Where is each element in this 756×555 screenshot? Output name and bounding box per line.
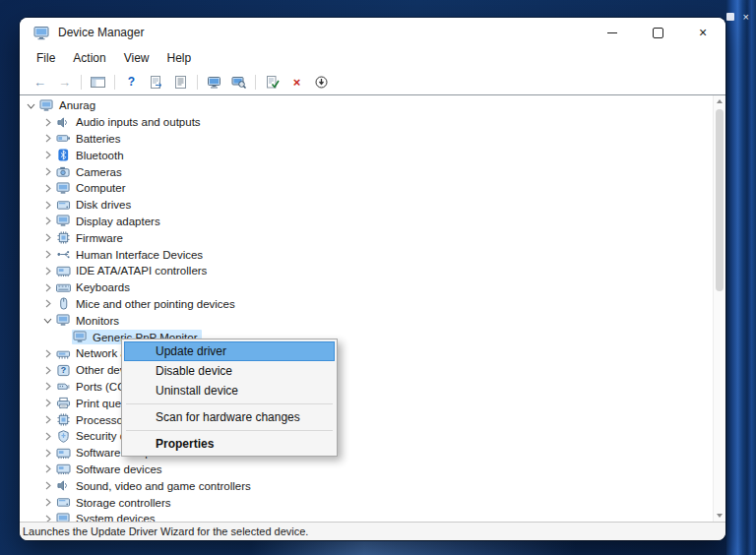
- chevron-right-icon[interactable]: [40, 399, 55, 407]
- wallpaper-ribbons: [726, 0, 756, 555]
- chevron-down-icon[interactable]: [24, 101, 38, 110]
- scan-monitor-icon[interactable]: [226, 71, 251, 92]
- tree-item-anurag[interactable]: Anurag: [20, 97, 714, 114]
- printer-icon: [56, 397, 73, 409]
- toolbar-separator: [114, 75, 115, 90]
- tree-item-label: Cameras: [73, 166, 122, 178]
- tree-item-label: Disk drives: [73, 199, 131, 211]
- context-menu-item-disable-device[interactable]: Disable device: [124, 361, 335, 381]
- tree-item-label: Sound, video and game controllers: [73, 480, 251, 492]
- background-maximize-icon[interactable]: [726, 13, 734, 21]
- tree-item-system-devices[interactable]: System devices: [20, 511, 714, 522]
- context-menu-item-uninstall-device[interactable]: Uninstall device: [124, 381, 335, 401]
- update-driver-icon[interactable]: [260, 71, 284, 92]
- chevron-right-icon[interactable]: [40, 216, 55, 225]
- maximize-button[interactable]: [635, 18, 680, 47]
- close-button[interactable]: ×: [680, 18, 725, 47]
- chevron-right-icon[interactable]: [40, 201, 55, 210]
- chevron-right-icon[interactable]: [40, 233, 55, 242]
- tree-item-audio-inputs-and-outputs[interactable]: Audio inputs and outputs: [20, 114, 714, 131]
- chevron-right-icon[interactable]: [40, 498, 55, 507]
- tree-item-content: Keyboards: [55, 280, 134, 295]
- chevron-right-icon[interactable]: [40, 349, 55, 358]
- tree-item-content: Computer: [55, 181, 130, 196]
- chevron-right-icon[interactable]: [40, 464, 55, 473]
- chevron-right-icon[interactable]: [40, 382, 55, 391]
- computer-icon: [56, 182, 73, 195]
- scroll-down-icon[interactable]: [714, 510, 725, 522]
- minimize-button[interactable]: [590, 18, 635, 47]
- audio-icon: [56, 116, 73, 129]
- tree-item-human-interface-devices[interactable]: Human Interface Devices: [20, 246, 714, 263]
- tree-item-disk-drives[interactable]: Disk drives: [20, 197, 714, 214]
- chevron-right-icon[interactable]: [40, 151, 55, 159]
- tree-panel: AnuragAudio inputs and outputsBatteriesB…: [20, 94, 725, 523]
- toolbar-separator: [255, 75, 256, 90]
- bluetooth-icon: [56, 149, 73, 161]
- disable-icon[interactable]: [309, 71, 334, 92]
- tree-item-label: Firmware: [73, 232, 123, 244]
- tree-item-content: IDE ATA/ATAPI controllers: [55, 264, 211, 278]
- chevron-right-icon[interactable]: [40, 283, 55, 292]
- svg-text:?: ?: [61, 365, 66, 375]
- tree-item-batteries[interactable]: Batteries: [20, 131, 714, 148]
- tree-item-content: Human Interface Devices: [55, 247, 207, 262]
- tree-item-keyboards[interactable]: Keyboards: [20, 279, 714, 296]
- help-icon[interactable]: ?: [119, 71, 144, 92]
- tree-item-display-adapters[interactable]: Display adapters: [20, 214, 714, 230]
- tree-item-label: Keyboards: [73, 281, 130, 293]
- menu-help[interactable]: Help: [158, 49, 201, 67]
- tree-item-ide-ata-atapi-controllers[interactable]: IDE ATA/ATAPI controllers: [20, 263, 714, 279]
- chevron-right-icon[interactable]: [40, 167, 55, 176]
- menu-action[interactable]: Action: [64, 49, 114, 67]
- tree-item-content: Disk drives: [55, 198, 135, 213]
- menu-file[interactable]: File: [28, 49, 64, 67]
- chevron-right-icon[interactable]: [40, 118, 55, 127]
- chevron-right-icon[interactable]: [40, 299, 55, 308]
- network-icon: [56, 347, 73, 360]
- tree-item-storage-controllers[interactable]: Storage controllers: [20, 494, 714, 511]
- properties-page-icon[interactable]: [168, 71, 193, 92]
- uninstall-icon[interactable]: ×: [284, 71, 309, 92]
- tree-item-monitors[interactable]: Monitors: [20, 312, 714, 329]
- console-tree-icon[interactable]: [86, 71, 110, 92]
- chevron-right-icon[interactable]: [40, 267, 55, 276]
- chevron-right-icon[interactable]: [40, 449, 55, 458]
- tree-item-content: Display adapters: [55, 214, 164, 228]
- chevron-right-icon[interactable]: [40, 250, 55, 259]
- tree-item-label: Audio inputs and outputs: [73, 116, 201, 128]
- tree-item-sound-video-and-game-controllers[interactable]: Sound, video and game controllers: [20, 477, 714, 494]
- context-menu-item-scan-for-hardware-changes[interactable]: Scan for hardware changes: [124, 407, 335, 427]
- chevron-down-icon[interactable]: [40, 316, 55, 325]
- tree-item-computer[interactable]: Computer: [20, 180, 714, 197]
- tree-item-mice-and-other-pointing-devices[interactable]: Mice and other pointing devices: [20, 296, 714, 313]
- chevron-right-icon[interactable]: [40, 432, 55, 441]
- tree-item-label: Computer: [73, 182, 126, 194]
- chevron-right-icon[interactable]: [40, 366, 55, 375]
- tree-item-firmware[interactable]: Firmware: [20, 229, 714, 246]
- export-list-icon[interactable]: [144, 71, 168, 92]
- tree-item-cameras[interactable]: Cameras: [20, 163, 714, 180]
- chevron-right-icon[interactable]: [40, 481, 55, 490]
- tree-item-content: Bluetooth: [55, 148, 128, 162]
- computer-manage-icon[interactable]: [202, 71, 226, 92]
- scroll-up-icon[interactable]: [714, 95, 725, 107]
- tree-item-software-devices[interactable]: Software devices: [20, 462, 714, 478]
- scrollbar-thumb[interactable]: [716, 109, 724, 291]
- chevron-right-icon[interactable]: [40, 134, 55, 143]
- tree-item-content: Sound, video and game controllers: [55, 478, 255, 493]
- tree-item-label: System devices: [73, 513, 156, 522]
- tree-item-label: Software devices: [73, 463, 162, 475]
- tree-item-label: Display adapters: [73, 216, 160, 227]
- menu-view[interactable]: View: [115, 49, 158, 67]
- context-menu-item-properties[interactable]: Properties: [124, 434, 335, 454]
- context-menu-item-update-driver[interactable]: Update driver: [124, 341, 335, 361]
- vertical-scrollbar[interactable]: [713, 95, 725, 522]
- back-icon[interactable]: ←: [28, 71, 52, 92]
- tree-item-bluetooth[interactable]: Bluetooth: [20, 147, 714, 163]
- chevron-right-icon[interactable]: [40, 184, 55, 193]
- chevron-right-icon[interactable]: [40, 515, 55, 522]
- forward-icon[interactable]: →: [52, 71, 77, 92]
- chevron-right-icon[interactable]: [40, 415, 55, 424]
- background-close-icon[interactable]: ×: [743, 12, 749, 22]
